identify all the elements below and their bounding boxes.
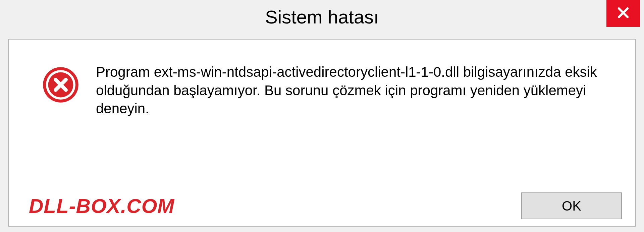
ok-button-label: OK bbox=[562, 198, 581, 214]
footer: DLL-BOX.COM OK bbox=[9, 192, 635, 219]
ok-button[interactable]: OK bbox=[521, 192, 622, 219]
close-icon bbox=[616, 5, 631, 21]
watermark: DLL-BOX.COM bbox=[29, 194, 174, 218]
close-button[interactable] bbox=[606, 0, 640, 27]
dialog-title: Sistem hatası bbox=[265, 6, 379, 28]
content-area: Program ext-ms-win-ntdsapi-activedirecto… bbox=[8, 39, 636, 227]
error-message: Program ext-ms-win-ntdsapi-activedirecto… bbox=[96, 63, 599, 118]
error-icon bbox=[42, 66, 79, 103]
titlebar: Sistem hatası bbox=[0, 0, 644, 34]
error-dialog: Sistem hatası Program ext-ms-wi bbox=[0, 0, 644, 232]
message-row: Program ext-ms-win-ntdsapi-activedirecto… bbox=[9, 40, 635, 118]
